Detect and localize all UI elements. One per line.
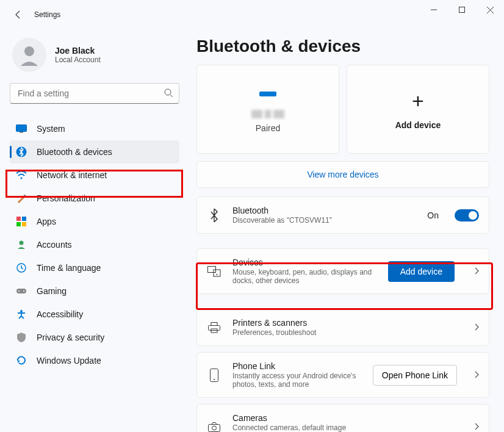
search-field[interactable] [10, 83, 179, 104]
camera-icon [207, 422, 221, 432]
cameras-card[interactable]: Cameras Connected cameras, default image… [196, 404, 489, 432]
chevron-right-icon [474, 322, 479, 333]
user-block[interactable]: Joe Black Local Account [12, 38, 179, 72]
printers-sub: Preferences, troubleshoot [232, 328, 373, 337]
sidebar-item-label: Windows Update [37, 356, 101, 365]
close-button[interactable] [476, 0, 504, 20]
sidebar-item-gaming[interactable]: Gaming [10, 279, 179, 303]
plus-icon: + [412, 89, 424, 113]
svg-rect-13 [22, 217, 26, 221]
phone-link-card[interactable]: Phone Link Instantly access your Android… [196, 352, 489, 398]
phone-sub: Instantly access your Android device's p… [232, 372, 362, 389]
svg-point-24 [217, 274, 218, 275]
printer-icon [207, 322, 221, 333]
devices-icon [207, 266, 221, 277]
accessibility-icon [16, 309, 27, 320]
bluetooth-icon [207, 209, 221, 222]
sidebar-item-bluetooth[interactable]: Bluetooth & devices [10, 140, 179, 164]
printers-title: Printers & scanners [232, 318, 463, 328]
sidebar-item-accessibility[interactable]: Accessibility [10, 303, 179, 326]
svg-point-16 [20, 241, 24, 245]
svg-line-6 [170, 95, 173, 97]
svg-rect-7 [16, 125, 27, 132]
user-account-type: Local Account [55, 56, 101, 64]
devices-sub: Mouse, keyboard, pen, audio, displays an… [232, 268, 373, 285]
add-device-label: Add device [395, 120, 441, 130]
sidebar-item-system[interactable]: System [10, 117, 179, 140]
update-icon [16, 355, 27, 366]
sidebar-item-label: Privacy & security [37, 333, 104, 342]
system-icon [16, 123, 27, 134]
phone-icon [207, 369, 221, 382]
sidebar-item-label: Accessibility [37, 309, 83, 319]
minimize-button[interactable] [420, 0, 448, 20]
sidebar-item-label: Personalization [37, 193, 95, 203]
bluetooth-toggle[interactable] [455, 209, 479, 221]
paired-label: Paired [256, 123, 280, 133]
chevron-right-icon [474, 422, 479, 433]
svg-point-5 [165, 89, 171, 95]
sidebar-item-label: Bluetooth & devices [37, 147, 112, 157]
svg-rect-1 [459, 7, 465, 13]
sidebar-item-label: Network & internet [37, 170, 107, 180]
cameras-title: Cameras [232, 413, 463, 423]
svg-rect-8 [20, 132, 23, 133]
svg-point-10 [21, 178, 23, 179]
accounts-icon [16, 239, 27, 250]
svg-rect-23 [214, 270, 220, 276]
bluetooth-state-label: On [427, 211, 439, 220]
paired-device-card[interactable]: Paired [196, 65, 339, 154]
printers-card[interactable]: Printers & scanners Preferences, trouble… [196, 309, 489, 346]
chevron-right-icon [474, 370, 479, 381]
sidebar-item-time[interactable]: Time & language [10, 256, 179, 279]
sidebar-item-label: Apps [37, 217, 56, 226]
open-phone-link-button[interactable]: Open Phone Link [373, 365, 457, 386]
add-device-card[interactable]: + Add device [347, 65, 489, 154]
svg-point-19 [18, 290, 20, 292]
svg-rect-25 [211, 322, 217, 325]
svg-point-4 [24, 46, 34, 56]
sidebar-item-accounts[interactable]: Accounts [10, 233, 179, 256]
bluetooth-toggle-card[interactable]: Bluetooth Discoverable as "CTOSVW11" On [196, 196, 489, 234]
sidebar-item-network[interactable]: Network & internet [10, 164, 179, 187]
svg-point-31 [212, 426, 217, 430]
svg-rect-18 [16, 289, 26, 293]
svg-point-20 [23, 290, 24, 292]
paired-device-image [247, 85, 289, 109]
sidebar-item-update[interactable]: Windows Update [10, 349, 179, 372]
sidebar-item-label: Accounts [37, 240, 72, 250]
network-icon [16, 170, 27, 181]
sidebar: Joe Black Local Account System Bluetooth… [0, 29, 189, 432]
svg-point-29 [214, 379, 215, 380]
devices-card[interactable]: Devices Mouse, keyboard, pen, audio, dis… [196, 248, 489, 294]
svg-rect-26 [209, 325, 220, 330]
main-content: Bluetooth & devices Paired + Add device … [189, 29, 504, 432]
user-name: Joe Black [55, 46, 101, 56]
bluetooth-title: Bluetooth [232, 206, 416, 215]
chevron-right-icon [474, 266, 479, 277]
personalization-icon [16, 193, 27, 204]
search-input[interactable] [10, 83, 179, 104]
view-more-devices-button[interactable]: View more devices [196, 161, 489, 188]
svg-rect-30 [209, 424, 220, 431]
add-device-button[interactable]: Add device [388, 261, 455, 282]
sidebar-item-privacy[interactable]: Privacy & security [10, 326, 179, 349]
phone-title: Phone Link [232, 361, 362, 371]
time-icon [16, 262, 27, 273]
svg-point-21 [20, 310, 23, 312]
sidebar-item-personalization[interactable]: Personalization [10, 187, 179, 210]
devices-title: Devices [232, 257, 377, 267]
sidebar-item-apps[interactable]: Apps [10, 210, 179, 233]
avatar [12, 38, 46, 72]
svg-rect-15 [22, 222, 26, 226]
cameras-sub: Connected cameras, default image setting… [232, 423, 373, 432]
sidebar-item-label: Time & language [37, 263, 101, 273]
sidebar-item-label: System [37, 124, 65, 134]
sidebar-item-label: Gaming [37, 286, 67, 296]
window-title: Settings [34, 10, 60, 19]
maximize-button[interactable] [448, 0, 476, 20]
gaming-icon [16, 286, 27, 297]
apps-icon [16, 216, 27, 227]
svg-rect-12 [16, 217, 21, 221]
back-button[interactable] [9, 5, 28, 24]
